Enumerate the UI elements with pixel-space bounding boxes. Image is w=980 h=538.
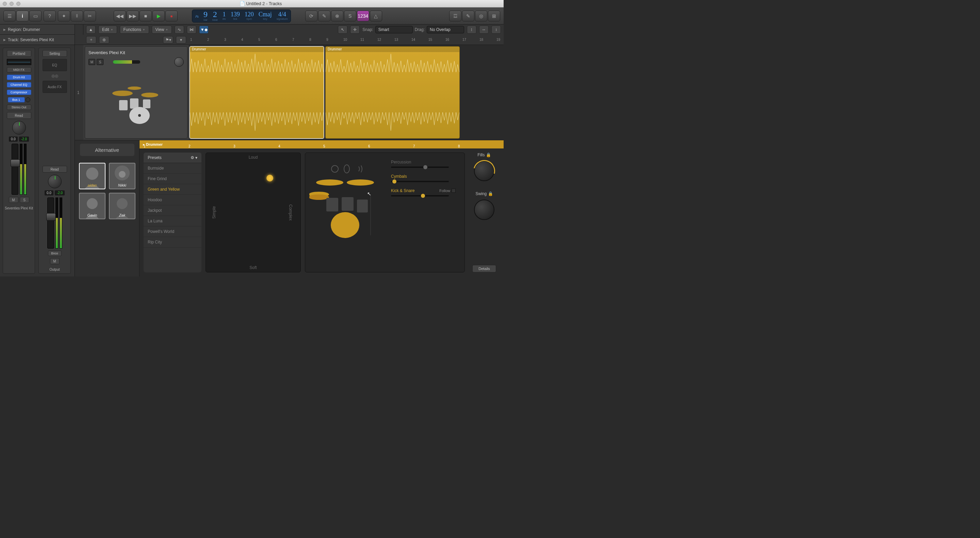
close-window-button[interactable] [3, 2, 7, 6]
track-inspector-header[interactable]: ▶Track: Seventies Plexi Kit [0, 35, 75, 45]
help-button[interactable]: ? [43, 11, 56, 21]
bar-ruler[interactable]: 12345678910111213141516171819 [189, 35, 504, 45]
automation-mode[interactable]: Read [7, 112, 31, 119]
send-slot[interactable]: Bus 1 [8, 97, 25, 102]
audiofx-slot[interactable]: Audio FX [43, 81, 67, 93]
pan-knob[interactable] [12, 121, 26, 134]
bounce-button[interactable]: Bnce [48, 251, 62, 256]
view-menu[interactable]: View▼ [152, 26, 172, 34]
cycle-button[interactable]: ⟳ [305, 11, 318, 21]
waveform-zoom-icon[interactable]: ⫶ [467, 26, 476, 34]
eq-slot[interactable]: EQ [43, 59, 67, 71]
volume-fader[interactable] [11, 144, 18, 195]
zoom-vertical-icon[interactable]: ↕ [492, 26, 501, 34]
global-tracks-button[interactable]: ⚑▾ [163, 36, 173, 43]
xy-puck[interactable] [266, 175, 273, 182]
toolbar-toggle-button[interactable]: ▭ [29, 11, 41, 21]
drummer-ruler[interactable]: ▸ Drummer 12345678 [140, 140, 504, 148]
kit-visualization[interactable]: ↖ [309, 157, 384, 268]
drummer-thumb-1[interactable]: aidan [79, 163, 105, 189]
channel-preset-button[interactable]: Portland [7, 50, 31, 57]
channel-setting-button[interactable]: Setting [43, 50, 67, 57]
output-routing[interactable]: Stereo Out [7, 105, 31, 110]
audiofx-slot-1[interactable]: Channel EQ [7, 82, 31, 88]
notes-button[interactable]: ✎ [462, 11, 474, 21]
list-editors-button[interactable]: ☲ [449, 11, 461, 21]
track-solo-button[interactable]: S [97, 59, 103, 65]
track-header[interactable]: Seventies Plexi Kit M S [85, 46, 188, 139]
marquee-tool-icon[interactable]: ✛ [350, 26, 360, 34]
editors-button[interactable]: ✂ [84, 11, 96, 21]
track-pan-knob[interactable] [174, 57, 184, 67]
catch-playhead-icon[interactable]: ▼◆ [199, 26, 208, 34]
cymbals-slider[interactable] [391, 181, 449, 182]
automation-mode[interactable]: Read [43, 166, 67, 172]
send-knob[interactable] [25, 97, 30, 102]
drummer-thumb-3[interactable]: Gavin [79, 193, 105, 219]
zoom-window-button[interactable] [16, 2, 21, 6]
track-number[interactable]: 1 [75, 45, 82, 140]
preset-item[interactable]: Green and Yellow [143, 184, 202, 195]
duplicate-track-button[interactable]: ⊕ [99, 36, 109, 43]
region-inspector-header[interactable]: ▶Region: Drummer [0, 24, 75, 35]
midifx-slot[interactable]: MIDI FX [7, 67, 31, 72]
preset-item[interactable]: Powell's World [143, 227, 202, 237]
drummer-thumb-2[interactable]: Nikki [109, 163, 135, 189]
add-track-button[interactable]: ＋ [86, 36, 96, 43]
stop-button[interactable]: ■ [140, 11, 152, 21]
up-button[interactable]: ▲ [86, 26, 95, 34]
rewind-button[interactable]: ◀◀ [114, 11, 126, 21]
preset-item[interactable]: La Luna [143, 216, 202, 227]
xy-pad[interactable]: Loud Soft Simple Complex [205, 153, 301, 272]
pointer-tool-icon[interactable]: ↖ [338, 26, 347, 34]
functions-menu[interactable]: Functions▼ [120, 26, 149, 34]
smart-controls-button[interactable]: ✦ [58, 11, 70, 21]
solo-button[interactable]: S [20, 197, 29, 203]
gear-icon[interactable]: ⚙ ▾ [191, 155, 197, 160]
inspector-button[interactable]: i [16, 11, 29, 21]
genre-label[interactable]: Alternative [80, 144, 134, 156]
flex-icon[interactable]: ⋈ [187, 26, 196, 34]
instrument-slot[interactable]: Drum Kit [7, 75, 31, 80]
count-in-button[interactable]: 1234 [357, 11, 369, 21]
snap-select[interactable]: Smart [375, 26, 413, 34]
forward-button[interactable]: ▶▶ [127, 11, 139, 21]
mixer-button[interactable]: ⫴ [71, 11, 83, 21]
volume-fader[interactable] [47, 198, 54, 249]
drummer-region-1[interactable]: Drummer [189, 46, 324, 139]
drag-select[interactable]: No Overlap [427, 26, 464, 34]
autopunch-button[interactable]: ⊗ [331, 11, 343, 21]
track-header-config-button[interactable]: ▾ [176, 36, 186, 43]
fills-knob[interactable] [474, 161, 495, 181]
play-button[interactable]: ▶ [153, 11, 165, 21]
percussion-slider[interactable] [391, 166, 449, 168]
record-button[interactable]: ● [165, 11, 178, 21]
kicksnare-slider[interactable] [391, 195, 449, 196]
library-button[interactable]: ☰ [3, 11, 16, 21]
automation-curve-icon[interactable]: ∿ [175, 26, 184, 34]
drummer-region-2[interactable]: Drummer [325, 46, 460, 139]
minimize-window-button[interactable] [10, 2, 14, 6]
drummer-thumb-4[interactable]: Zak [109, 193, 135, 219]
edit-menu[interactable]: Edit▼ [98, 26, 117, 34]
track-mute-button[interactable]: M [89, 59, 95, 65]
details-button[interactable]: Details [472, 265, 496, 272]
audiofx-slot-2[interactable]: Compressor [7, 89, 31, 95]
preset-item[interactable]: Jackpot [143, 205, 202, 216]
follow-checkbox[interactable] [452, 188, 456, 193]
preset-item[interactable]: Hoodoo [143, 195, 202, 205]
replace-button[interactable]: ✎ [318, 11, 331, 21]
solo-button[interactable]: S [344, 11, 356, 21]
browser-button[interactable]: ⊞ [488, 11, 500, 21]
eq-thumbnail[interactable] [7, 59, 31, 65]
metronome-button[interactable]: △ [370, 11, 382, 21]
preset-item[interactable]: Burnside [143, 163, 202, 174]
lcd-display[interactable]: ♪₁ 9bar 2beat 1div 139tick 120bpm Cmajke… [192, 10, 291, 22]
mute-button[interactable]: M [9, 197, 18, 203]
pan-knob[interactable] [48, 175, 62, 188]
mute-button[interactable]: M [50, 258, 60, 264]
zoom-horizontal-icon[interactable]: ↔ [479, 26, 488, 34]
swing-knob[interactable] [474, 200, 495, 220]
loops-button[interactable]: ◎ [475, 11, 487, 21]
preset-item[interactable]: Fine Grind [143, 174, 202, 184]
